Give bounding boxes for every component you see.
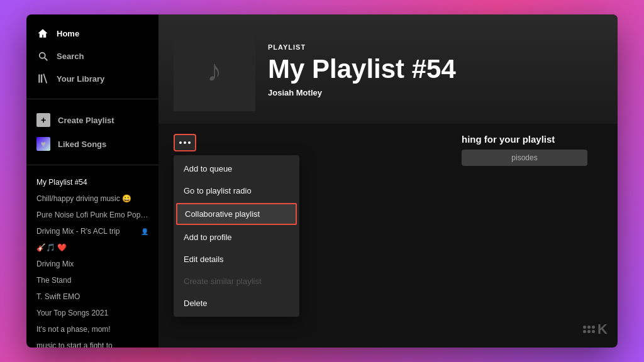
sidebar: Home Search Your Library [26,14,158,348]
playlist-item-label: It's not a phase, mom! [36,325,111,334]
music-note-icon: ♪ [207,53,222,88]
logo-letter: K [597,321,608,337]
playlist-item-label: Your Top Songs 2021 [36,309,108,317]
playlist-item-label: Driving Mix - R's ACL trip [36,227,120,236]
svg-rect-0 [38,74,40,83]
playlist-type: PLAYLIST [268,43,456,51]
find-section: hing for your playlist pisodes [462,134,587,166]
playlist-list: My Playlist #54 Chill/happy driving musi… [26,169,158,348]
collab-icon: 👤 [141,228,148,235]
playlist-item-label: music to start a fight to [36,341,113,348]
svg-rect-1 [41,74,42,83]
create-playlist-item[interactable]: + Create Playlist [26,108,158,132]
context-menu-add-to-queue[interactable]: Add to queue [174,158,299,180]
list-item[interactable]: My Playlist #54 [26,174,158,190]
context-menu-item-label: Add to profile [184,233,232,242]
context-menu-item-label: Delete [184,299,208,308]
context-menu-item-label: Add to queue [184,164,232,173]
main-body: Add to queue Go to playlist radio Collab… [158,124,618,348]
context-menu-edit-details[interactable]: Edit details [174,248,299,270]
dot [188,141,191,144]
logo-dot [592,330,595,333]
sidebar-item-home[interactable]: Home [26,22,158,45]
context-menu-delete[interactable]: Delete [174,292,299,314]
sidebar-nav: Home Search Your Library [26,14,158,95]
logo-dot [587,326,591,329]
list-item[interactable]: music to start a fight to [26,337,158,348]
list-item[interactable]: The Stand [26,272,158,288]
list-item[interactable]: Driving Mix - R's ACL trip 👤 [26,223,158,239]
main-content: ♪ PLAYLIST My Playlist #54 Josiah Motley… [158,14,618,348]
logo-dot [583,330,586,333]
playlist-author: Josiah Motley [268,88,456,97]
context-menu: Add to queue Go to playlist radio Collab… [174,155,299,317]
sidebar-actions: + Create Playlist ♥ Liked Songs [26,103,158,161]
playlist-item-label: Driving Mix [36,260,74,268]
list-item[interactable]: Pure Noise Lofi Punk Emo Pop P... [26,207,158,223]
liked-songs-icon: ♥ [36,137,50,151]
sidebar-divider-2 [26,165,158,165]
logo-dot [587,330,591,333]
playlist-thumbnail: ♪ [174,30,255,111]
context-menu-create-similar: Create similar playlist [174,270,299,292]
list-item[interactable]: T. Swift EMO [26,288,158,305]
logo-dot [583,326,586,329]
home-label: Home [57,29,79,38]
search-icon [36,50,49,62]
playlist-info: PLAYLIST My Playlist #54 Josiah Motley [268,43,456,97]
playlist-item-label: Pure Noise Lofi Punk Emo Pop P... [36,211,148,219]
playlist-item-label: T. Swift EMO [36,292,80,301]
playlist-title: My Playlist #54 [268,55,456,84]
search-placeholder[interactable]: pisodes [462,150,587,166]
dot [184,141,186,144]
list-item[interactable]: Driving Mix [26,256,158,272]
context-menu-item-label: Create similar playlist [184,277,262,286]
list-item[interactable]: 🎸🎵 ❤️ [26,239,158,256]
context-menu-item-label: Collaborative playlist [185,209,260,219]
more-options-button[interactable] [174,134,196,151]
sidebar-divider [26,99,158,99]
context-menu-item-label: Edit details [184,255,224,264]
list-item[interactable]: Chill/happy driving music 😀 [26,190,158,207]
playlist-item-label: Chill/happy driving music 😀 [36,194,131,203]
playlist-item-label: The Stand [36,276,71,285]
library-icon [36,72,49,85]
home-icon [36,27,49,40]
knowtechie-logo: K [583,321,608,337]
playlist-item-label: 🎸🎵 ❤️ [36,243,67,252]
main-header: ♪ PLAYLIST My Playlist #54 Josiah Motley [158,14,618,124]
episodes-text: pisodes [511,153,537,162]
context-menu-go-to-radio[interactable]: Go to playlist radio [174,180,299,202]
playlist-item-label: My Playlist #54 [36,178,87,187]
search-label: Search [57,52,84,61]
find-heading-text: hing for your playlist [462,134,555,145]
create-playlist-icon: + [36,113,50,127]
logo-dots [583,326,595,333]
list-item[interactable]: Your Top Songs 2021 [26,305,158,321]
library-label: Your Library [57,74,104,84]
sidebar-item-search[interactable]: Search [26,45,158,67]
create-playlist-label: Create Playlist [58,116,114,125]
context-menu-item-label: Go to playlist radio [184,186,252,195]
context-menu-collaborative[interactable]: Collaborative playlist [176,203,297,225]
liked-songs-item[interactable]: ♥ Liked Songs [26,132,158,156]
logo-dot [592,326,595,329]
sidebar-item-library[interactable]: Your Library [26,67,158,90]
list-item[interactable]: It's not a phase, mom! [26,321,158,337]
context-menu-add-to-profile[interactable]: Add to profile [174,226,299,248]
find-heading: hing for your playlist [462,134,587,145]
liked-songs-label: Liked Songs [58,140,106,149]
toolbar-row: Add to queue Go to playlist radio Collab… [174,134,602,151]
app-container: Home Search Your Library [26,14,618,348]
dot [179,141,182,144]
